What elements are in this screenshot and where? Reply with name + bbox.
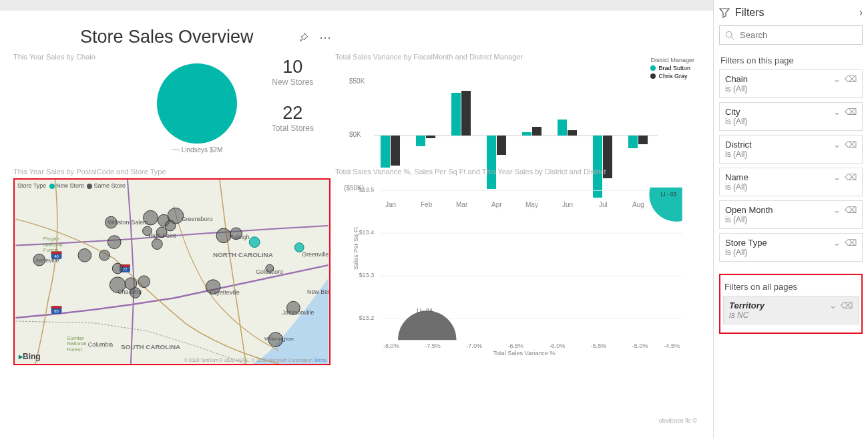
bars-feb: [416, 136, 435, 146]
filter-card-chain[interactable]: Chainis (All) ⌄⌫: [719, 69, 863, 98]
page-title: Store Sales Overview: [80, 27, 254, 47]
svg-text:Forest: Forest: [67, 347, 82, 353]
filter-card-city[interactable]: Cityis (All) ⌄⌫: [719, 102, 863, 131]
bar-legend: District Manager Brad Sutton Chris Gray: [650, 57, 694, 81]
svg-text:Sumter: Sumter: [67, 335, 84, 341]
svg-text:New Bern: New Bern: [307, 288, 329, 295]
chevron-down-icon[interactable]: ⌄: [833, 238, 841, 248]
svg-point-61: [99, 250, 110, 260]
eraser-icon[interactable]: ⌫: [845, 107, 857, 117]
filter-search[interactable]: [719, 25, 863, 45]
map-terms-link[interactable]: Terms: [314, 358, 327, 363]
svg-text:SOUTH CAROLINA: SOUTH CAROLINA: [121, 343, 180, 351]
svg-text:77: 77: [123, 268, 128, 272]
scatter-chart[interactable]: Total Sales Variance %, Sales Per Sq Ft …: [335, 168, 700, 425]
top-strip: [0, 0, 713, 11]
filter-card-name[interactable]: Nameis (All) ⌄⌫: [719, 168, 863, 196]
svg-point-71: [152, 239, 162, 250]
bars-jun: [558, 120, 577, 136]
filter-card-territory[interactable]: Territoryis NC ⌄⌫: [723, 296, 859, 324]
chevron-down-icon[interactable]: ⌄: [833, 74, 841, 84]
kpi-new-stores-label: New Stores: [272, 77, 314, 87]
kpi-total-stores-value: 22: [272, 103, 314, 124]
svg-text:-5.5%: -5.5%: [591, 343, 607, 349]
eraser-icon[interactable]: ⌫: [845, 205, 857, 215]
svg-text:$0K: $0K: [349, 131, 361, 138]
more-options-icon[interactable]: ⋯: [319, 30, 333, 45]
bar-chart[interactable]: Total Sales Variance by FiscalMonth and …: [335, 53, 700, 160]
svg-rect-6: [416, 136, 425, 146]
svg-text:85: 85: [54, 309, 59, 313]
svg-text:-7.0%: -7.0%: [466, 343, 482, 349]
pin-icon[interactable]: [298, 32, 308, 43]
svg-rect-18: [628, 136, 638, 148]
svg-rect-5: [391, 136, 400, 166]
svg-point-69: [156, 227, 167, 238]
svg-text:$13.2: $13.2: [359, 314, 374, 321]
svg-text:Sales Per Sq Ft: Sales Per Sq Ft: [353, 227, 359, 270]
svg-rect-30: [51, 306, 62, 308]
svg-text:NORTH CAROLINA: NORTH CAROLINA: [213, 251, 273, 258]
svg-rect-14: [558, 120, 567, 136]
chevron-down-icon[interactable]: ⌄: [833, 107, 841, 117]
svg-point-81: [268, 333, 283, 347]
collapse-pane-icon[interactable]: ›: [859, 7, 863, 19]
filter-icon: [719, 7, 730, 18]
svg-text:-6.5%: -6.5%: [507, 343, 523, 349]
svg-text:National: National: [67, 341, 86, 347]
svg-point-82: [249, 237, 260, 248]
svg-point-78: [230, 228, 242, 240]
svg-rect-12: [522, 132, 531, 136]
eraser-icon[interactable]: ⌫: [845, 238, 857, 248]
svg-text:-7.5%: -7.5%: [425, 343, 441, 349]
chevron-down-icon[interactable]: ⌄: [833, 205, 841, 215]
svg-point-79: [266, 264, 274, 272]
eraser-icon[interactable]: ⌫: [845, 172, 857, 182]
svg-text:$13.3: $13.3: [359, 272, 374, 278]
svg-point-75: [130, 288, 141, 298]
filters-page-section: Filters on this page: [720, 55, 863, 65]
donut-legend: Lindseys $2M: [172, 146, 223, 154]
chevron-down-icon[interactable]: ⌄: [833, 140, 841, 150]
donut-chart[interactable]: [157, 63, 237, 144]
filter-search-input[interactable]: [740, 30, 857, 40]
svg-rect-9: [461, 91, 471, 136]
svg-text:LI - 04: LI - 04: [417, 308, 433, 314]
svg-point-68: [165, 220, 176, 231]
bars-may: [522, 127, 541, 136]
svg-rect-8: [451, 93, 461, 136]
attribution-footer: obviEnce llc ©: [659, 417, 697, 424]
svg-rect-4: [381, 136, 390, 168]
filter-card-store-type[interactable]: Store Typeis (All) ⌄⌫: [719, 233, 863, 262]
svg-point-70: [143, 226, 152, 236]
filter-card-district[interactable]: Districtis (All) ⌄⌫: [719, 135, 863, 164]
eraser-icon[interactable]: ⌫: [841, 300, 853, 310]
svg-point-72: [110, 277, 126, 293]
bars-aug: [628, 136, 648, 148]
svg-point-76: [206, 280, 220, 294]
map-cell: This Year Sales by PostalCode and Store …: [13, 168, 327, 425]
bing-logo: ▸Bing: [19, 352, 41, 361]
filters-title: Filters: [735, 7, 854, 19]
svg-point-74: [138, 276, 150, 288]
bar-chart-title: Total Sales Variance by FiscalMonth and …: [335, 53, 700, 61]
scatter-title: Total Sales Variance %, Sales Per Sq Ft …: [335, 168, 700, 176]
chevron-down-icon[interactable]: ⌄: [833, 172, 841, 182]
filter-card-open-month[interactable]: Open Monthis (All) ⌄⌫: [719, 200, 863, 229]
filters-all-section: Filters on all pages: [724, 282, 859, 292]
svg-point-80: [287, 301, 300, 314]
svg-point-107: [726, 31, 732, 37]
map-svg: 85 77 40 Winston-Salem Greensboro High P…: [15, 180, 329, 364]
svg-text:-6.0%: -6.0%: [550, 343, 566, 349]
map-attribution: © 2020 TomTom © 2020 HERE, © 2020 Micros…: [184, 358, 327, 363]
eraser-icon[interactable]: ⌫: [845, 74, 857, 84]
map-visual[interactable]: Store Type New Store Same Store: [13, 178, 331, 365]
svg-text:$13.5: $13.5: [359, 186, 374, 193]
report-canvas: Store Sales Overview ⋯ This Year Sales b…: [0, 11, 713, 438]
svg-point-62: [112, 263, 123, 274]
chevron-down-icon[interactable]: ⌄: [829, 300, 837, 310]
bars-jan: [381, 136, 400, 168]
svg-text:$50K: $50K: [349, 77, 365, 85]
svg-point-64: [105, 216, 117, 228]
eraser-icon[interactable]: ⌫: [845, 140, 857, 150]
